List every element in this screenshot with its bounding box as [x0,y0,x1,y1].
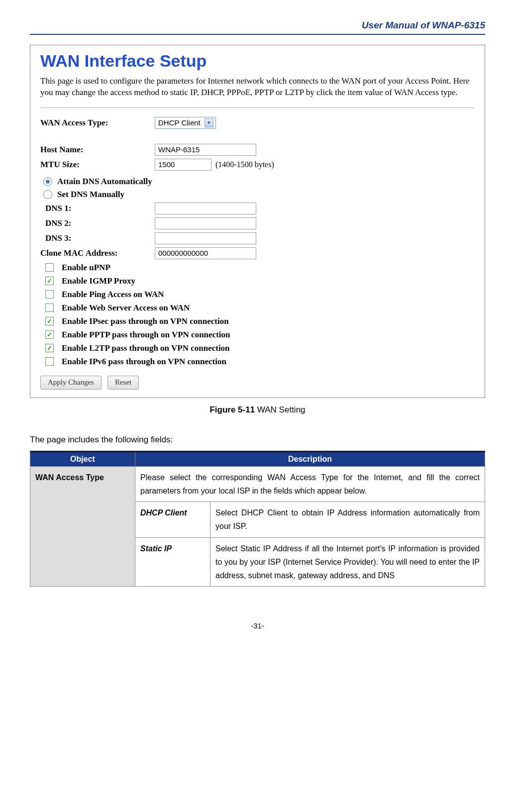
obj-dhcp: DHCP Client [135,502,210,537]
figure-number: Figure 5-11 [209,405,255,414]
wan-access-value: DHCP Client [158,118,201,127]
cb-web-access[interactable] [45,304,54,312]
th-object: Object [30,451,135,466]
cb-ping-wan[interactable] [45,290,54,299]
cb-ping-wan-label: Enable Ping Access on WAN [62,290,164,300]
obj-static-ip: Static IP [135,537,210,587]
clone-mac-input[interactable]: 000000000000 [155,247,256,259]
mtu-label: MTU Size: [40,160,155,170]
intro-text: The page includes the following fields: [30,435,485,445]
cb-web-access-label: Enable Web Server Access on WAN [62,303,190,313]
mtu-hint: (1400-1500 bytes) [215,160,274,169]
manual-header: User Manual of WNAP-6315 [30,20,485,35]
dns1-input[interactable] [155,203,256,214]
cb-pptp-label: Enable PPTP pass through on VPN connecti… [62,330,230,340]
cb-igmp-label: Enable IGMP Proxy [62,276,135,286]
screenshot-panel: WAN Interface Setup This page is used to… [30,45,485,398]
reset-button[interactable]: Reset [107,376,139,390]
dns2-input[interactable] [155,217,256,229]
desc-dhcp: Select DHCP Client to obtain IP Address … [210,502,485,537]
radio-attain-dns-label: Attain DNS Automatically [57,177,152,187]
dns3-input[interactable] [155,232,256,244]
panel-description: This page is used to configure the param… [40,76,475,99]
divider [40,107,475,108]
dns2-label: DNS 2: [40,218,155,228]
figure-caption: Figure 5-11 WAN Setting [30,405,485,415]
desc-wan-access: Please select the corresponding WAN Acce… [135,466,485,502]
cb-ipsec-label: Enable IPsec pass through on VPN connect… [62,316,229,326]
apply-button[interactable]: Apply Changes [40,376,102,390]
cb-l2tp-label: Enable L2TP pass through on VPN connecti… [62,343,230,353]
panel-title: WAN Interface Setup [40,51,475,71]
dns1-label: DNS 1: [40,203,155,213]
host-name-input[interactable]: WNAP-6315 [155,144,256,156]
obj-wan-access: WAN Access Type [30,466,135,586]
figure-title: WAN Setting [255,405,305,414]
host-name-label: Host Name: [40,145,155,155]
page-number: -31- [30,621,485,630]
clone-mac-label: Clone MAC Address: [40,248,155,258]
cb-upnp[interactable] [45,263,54,272]
chevron-down-icon: ▼ [205,118,213,127]
cb-pptp[interactable] [45,330,54,339]
mtu-input[interactable]: 1500 [155,159,211,171]
dns3-label: DNS 3: [40,233,155,243]
radio-attain-dns[interactable] [43,177,52,186]
radio-set-dns-label: Set DNS Manually [57,190,124,200]
cb-ipsec[interactable] [45,317,54,325]
cb-ipv6-label: Enable IPv6 pass through on VPN connecti… [62,357,226,367]
wan-access-select[interactable]: DHCP Client ▼ [155,117,216,129]
desc-static-ip: Select Static IP Address if all the Inte… [210,537,485,587]
radio-set-dns[interactable] [43,190,52,199]
wan-access-label: WAN Access Type: [40,118,155,128]
cb-igmp[interactable] [45,277,54,285]
th-description: Description [135,451,485,466]
cb-upnp-label: Enable uPNP [62,263,110,273]
description-table: Object Description WAN Access Type Pleas… [30,451,485,587]
cb-ipv6[interactable] [45,357,54,366]
cb-l2tp[interactable] [45,344,54,352]
